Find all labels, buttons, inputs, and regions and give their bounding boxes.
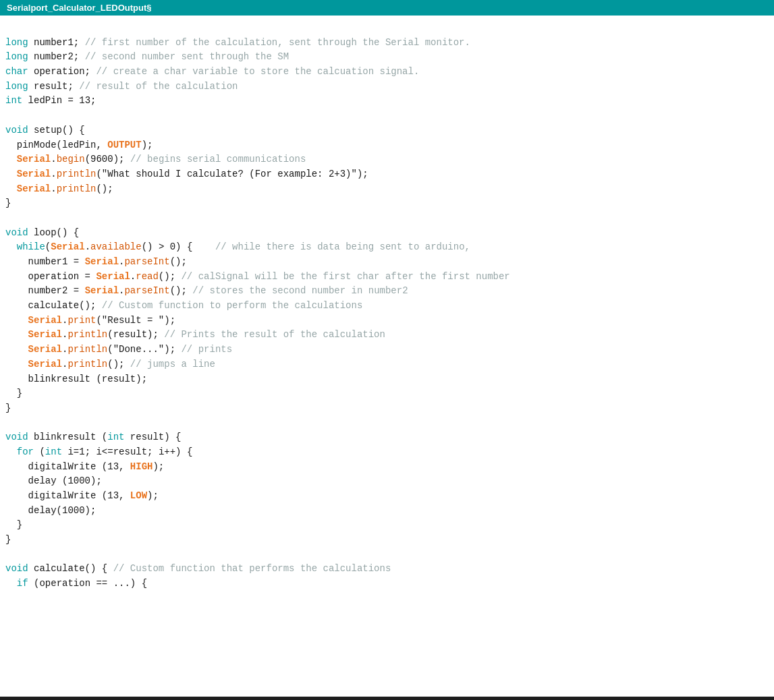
kw-void-calculate: void <box>5 563 28 574</box>
fn-println-1: println <box>57 169 96 179</box>
kw-long-3: long <box>5 81 28 92</box>
obj-serial-10: Serial <box>28 344 62 355</box>
obj-serial-2: Serial <box>17 169 51 179</box>
kw-void-loop: void <box>5 227 28 238</box>
fn-parseint-2: parseInt <box>124 285 169 296</box>
title-bar: Serialport_Calculator_LEDOutput§ <box>0 0 774 16</box>
kw-void-setup: void <box>5 125 28 136</box>
fn-print-1: print <box>67 315 96 326</box>
kw-low: LOW <box>130 490 147 501</box>
kw-int-1: int <box>5 95 22 106</box>
fn-parseint-1: parseInt <box>124 256 169 267</box>
kw-if: if <box>17 578 28 589</box>
obj-serial-1: Serial <box>17 154 51 165</box>
obj-serial-6: Serial <box>96 271 130 282</box>
kw-void-blink: void <box>5 432 28 442</box>
fn-println-4: println <box>67 344 107 355</box>
fn-println-3: println <box>67 329 107 340</box>
fn-begin: begin <box>57 154 85 165</box>
obj-serial-3: Serial <box>17 183 51 194</box>
kw-int-3: int <box>45 446 62 457</box>
kw-char: char <box>5 66 28 77</box>
fn-read: read <box>136 271 159 282</box>
kw-for: for <box>17 446 34 457</box>
kw-while: while <box>17 241 45 252</box>
code-editor[interactable]: long number1; // first number of the cal… <box>0 16 774 697</box>
kw-long-1: long <box>5 37 28 48</box>
obj-serial-9: Serial <box>28 329 62 340</box>
kw-output: OUTPUT <box>107 140 141 150</box>
obj-serial-7: Serial <box>85 285 119 296</box>
fn-println-2: println <box>57 183 96 194</box>
fn-println-5: println <box>67 359 107 370</box>
kw-long-2: long <box>5 51 28 62</box>
obj-serial-11: Serial <box>28 359 62 370</box>
window-title: Serialport_Calculator_LEDOutput§ <box>0 0 774 16</box>
obj-serial-4: Serial <box>51 241 84 252</box>
obj-serial-8: Serial <box>28 315 62 326</box>
kw-high: HIGH <box>130 461 153 472</box>
fn-available: available <box>90 241 142 252</box>
kw-int-2: int <box>107 432 124 442</box>
obj-serial-5: Serial <box>85 256 119 267</box>
